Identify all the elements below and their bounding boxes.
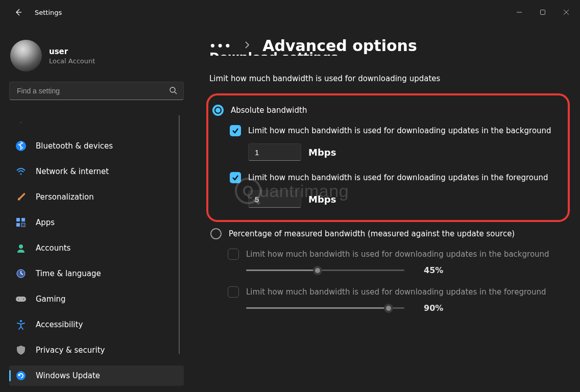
sidebar-item-gaming[interactable]: Gaming: [9, 289, 184, 309]
brush-icon: [15, 191, 27, 203]
checkbox-icon: [228, 249, 239, 260]
avatar: [10, 40, 42, 71]
nav: · Bluetooth & devices Network & internet: [9, 115, 184, 392]
svg-rect-9: [21, 223, 25, 227]
close-icon: [563, 9, 569, 15]
minimize-icon: [516, 9, 522, 15]
section-subtitle: Limit how much bandwidth is used for dow…: [209, 74, 570, 83]
sidebar-item-label: Gaming: [36, 295, 66, 304]
bg-absolute-unit: Mbps: [308, 147, 336, 158]
wifi-icon: [15, 166, 27, 177]
svg-rect-7: [21, 218, 25, 222]
fg-absolute-input[interactable]: [248, 190, 301, 208]
sidebar-item-label: Time & language: [36, 269, 101, 278]
sidebar-item-label: Privacy & security: [36, 346, 105, 355]
sidebar-item-time-language[interactable]: Time & language: [9, 263, 184, 284]
svg-rect-6: [16, 218, 20, 222]
sidebar-item-label: Accessibility: [36, 320, 83, 329]
check-fg-absolute[interactable]: Limit how much bandwidth is used for dow…: [230, 172, 560, 183]
search-input[interactable]: [16, 86, 169, 95]
clock-icon: [15, 268, 27, 279]
bg-absolute-value-row: Mbps: [248, 143, 560, 161]
main-content: ••• Advanced options Download settings L…: [189, 24, 580, 392]
checkbox-label: Limit how much bandwidth is used for dow…: [248, 173, 548, 182]
svg-line-3: [175, 92, 177, 94]
search-box[interactable]: [9, 82, 184, 100]
fg-percentage-slider: [246, 303, 404, 313]
sidebar-item-personalization[interactable]: Personalization: [9, 187, 184, 207]
svg-rect-1: [541, 10, 545, 15]
svg-rect-8: [16, 223, 20, 227]
back-button[interactable]: [9, 3, 28, 21]
bg-percentage-value: 45%: [424, 265, 443, 275]
maximize-button[interactable]: [531, 4, 554, 20]
radio-icon[interactable]: [212, 105, 224, 116]
highlight-annotation: Absolute bandwidth Limit how much bandwi…: [206, 93, 570, 222]
svg-point-16: [20, 320, 22, 322]
accessibility-icon: [15, 319, 27, 330]
sidebar-item-network[interactable]: Network & internet: [9, 161, 184, 182]
profile-sub: Local Account: [49, 57, 95, 65]
bg-percentage-slider: [246, 265, 404, 275]
minimize-button[interactable]: [508, 4, 531, 20]
sidebar-item-apps[interactable]: Apps: [9, 212, 184, 233]
checkbox-label: Limit how much bandwidth is used for dow…: [248, 126, 551, 135]
sidebar-item-privacy[interactable]: Privacy & security: [9, 340, 184, 360]
maximize-icon: [540, 9, 546, 15]
bluetooth-icon: [15, 140, 27, 152]
checkbox-label: Limit how much bandwidth is used for dow…: [246, 287, 546, 297]
breadcrumb-overflow[interactable]: •••: [209, 40, 232, 52]
radio-label: Percentage of measured bandwidth (measur…: [229, 229, 515, 238]
svg-point-5: [20, 174, 22, 175]
svg-point-15: [23, 299, 24, 300]
checkbox-icon[interactable]: [230, 125, 241, 136]
sidebar-item-windows-update[interactable]: Windows Update: [9, 365, 184, 386]
radio-absolute-bandwidth[interactable]: Absolute bandwidth: [212, 105, 560, 116]
system-icon: ·: [15, 116, 27, 128]
app-title: Settings: [35, 9, 62, 16]
checkbox-label: Limit how much bandwidth is used for dow…: [246, 250, 549, 259]
close-button[interactable]: [554, 4, 578, 20]
fg-absolute-value-row: Mbps: [248, 190, 560, 208]
svg-point-10: [19, 244, 23, 249]
check-bg-percentage: Limit how much bandwidth is used for dow…: [228, 249, 570, 260]
radio-icon[interactable]: [210, 228, 222, 239]
check-bg-absolute[interactable]: Limit how much bandwidth is used for dow…: [230, 125, 560, 136]
svg-point-2: [170, 87, 175, 92]
sidebar-item-label: Apps: [36, 218, 55, 227]
sidebar-item-label: Network & internet: [36, 167, 109, 176]
shield-icon: [15, 345, 27, 356]
fg-percentage-value: 90%: [424, 303, 443, 313]
radio-label: Absolute bandwidth: [231, 106, 307, 115]
arrow-left-icon: [14, 8, 22, 16]
radio-percentage-bandwidth[interactable]: Percentage of measured bandwidth (measur…: [210, 228, 570, 239]
check-fg-percentage: Limit how much bandwidth is used for dow…: [228, 286, 570, 298]
checkbox-icon: [228, 286, 239, 298]
svg-point-17: [16, 371, 26, 380]
update-icon: [15, 370, 27, 381]
sidebar-item-accessibility[interactable]: Accessibility: [9, 314, 184, 335]
profile-block[interactable]: user Local Account: [10, 40, 183, 71]
apps-icon: [15, 217, 27, 228]
bg-percentage-slider-row: 45%: [246, 265, 570, 275]
checkbox-icon[interactable]: [230, 172, 241, 183]
bg-absolute-input[interactable]: [248, 143, 301, 161]
search-icon: [169, 86, 177, 96]
titlebar: Settings: [0, 0, 580, 24]
profile-name: user: [49, 47, 95, 56]
chevron-right-icon: [244, 41, 250, 51]
sidebar-item-cut[interactable]: ·: [9, 115, 184, 129]
sidebar-item-label: Personalization: [36, 192, 94, 202]
sidebar-item-bluetooth[interactable]: Bluetooth & devices: [9, 136, 184, 156]
fg-percentage-slider-row: 90%: [246, 303, 570, 313]
sidebar-item-accounts[interactable]: Accounts: [9, 238, 184, 258]
sidebar-item-label: Accounts: [36, 243, 70, 253]
sidebar: user Local Account · Bluetooth & devices: [0, 24, 189, 392]
gamepad-icon: [15, 293, 27, 305]
svg-rect-13: [16, 297, 26, 302]
sidebar-item-label: Windows Update: [36, 371, 100, 380]
fg-absolute-unit: Mbps: [308, 194, 336, 205]
svg-point-14: [18, 299, 19, 300]
sidebar-item-label: Bluetooth & devices: [36, 141, 113, 151]
person-icon: [15, 242, 27, 254]
